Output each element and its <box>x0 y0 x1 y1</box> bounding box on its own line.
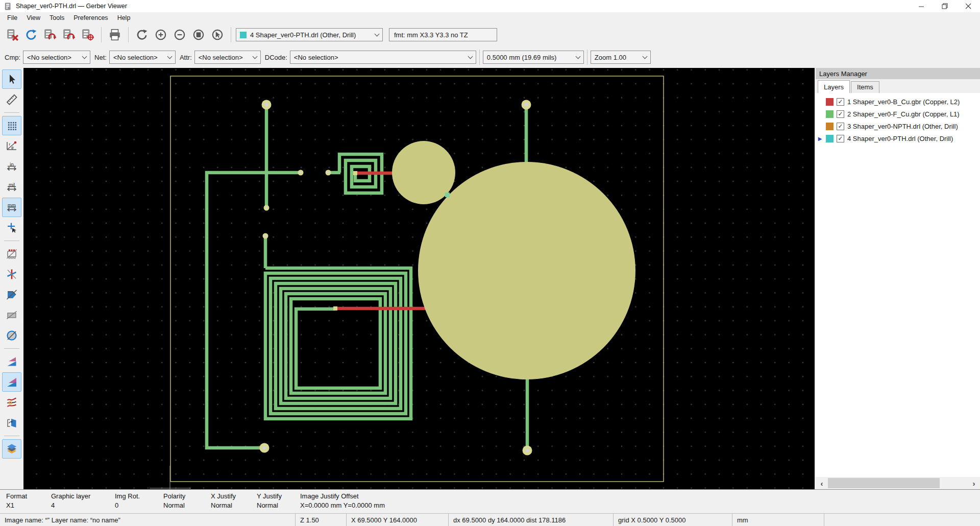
zoom-fit-button[interactable] <box>190 26 207 43</box>
zoom-out-button[interactable] <box>171 26 188 43</box>
menu-tools[interactable]: Tools <box>45 13 69 22</box>
layer-color-swatch[interactable] <box>826 110 834 118</box>
cursor-arrow-icon <box>6 73 18 85</box>
layer-row[interactable]: ✓ 3 Shaper_ver0-NPTH.drl (Other, Drill) <box>816 120 980 132</box>
units-mm-button[interactable]: mm <box>2 198 21 217</box>
open-gerber-files-button[interactable] <box>41 26 59 43</box>
layer-row[interactable]: ✓ 2 Shaper_ver0-F_Cu.gbr (Copper, L1) <box>816 108 980 120</box>
open-drill-files-button[interactable] <box>60 26 78 43</box>
compare-mode-off-button[interactable] <box>2 352 21 371</box>
format-info-field[interactable]: fmt: mm X3.3 Y3.3 no TZ <box>389 28 497 41</box>
title-bar: Shaper_ver0-PTH.drl — Gerber Viewer <box>0 0 980 12</box>
toolbar-separator <box>231 27 231 42</box>
large-spiral <box>265 268 411 419</box>
info-label: Y Justify <box>257 492 300 500</box>
svg-text:θ: θ <box>11 146 14 150</box>
grid-size-select[interactable]: 0.5000 mm (19.69 mils) <box>483 51 584 64</box>
info-label: Format <box>6 492 51 500</box>
tangent-pad <box>445 193 450 197</box>
status-grid-size: grid X 0.5000 Y 0.5000 <box>613 514 732 526</box>
net-select[interactable]: <No selection> <box>109 51 176 64</box>
zoom-in-button[interactable] <box>152 26 169 43</box>
zoom-selection-button[interactable] <box>209 26 226 43</box>
layer-row-current[interactable]: ▶ ✓ 4 Shaper_ver0-PTH.drl (Other, Drill) <box>816 132 980 145</box>
layer-color-swatch[interactable] <box>826 98 834 106</box>
chevron-down-icon <box>642 54 647 59</box>
active-layer-select[interactable]: 4 Shaper_ver0-PTH.drl (Other, Drill) <box>236 28 383 41</box>
layer-color-swatch[interactable] <box>826 123 834 130</box>
minimize-button[interactable] <box>910 0 933 12</box>
svg-text:mil: mil <box>9 182 15 187</box>
layers-manager-toggle-button[interactable] <box>2 439 21 459</box>
compare-mode-on-button[interactable] <box>2 372 21 392</box>
origin-crosshair <box>150 466 191 489</box>
zoom-select[interactable]: Zoom 1.00 <box>591 51 651 64</box>
tab-layers[interactable]: Layers <box>818 80 850 93</box>
dcode-numbers-button[interactable] <box>2 326 21 345</box>
units-inches-button[interactable]: in <box>2 157 21 176</box>
reload-all-layers-button[interactable] <box>22 26 40 43</box>
menu-preferences[interactable]: Preferences <box>69 13 112 22</box>
scrollbar-track[interactable] <box>828 477 968 489</box>
left-toolbar: r θ in mil mm <box>0 68 23 489</box>
attr-label: Attr: <box>180 54 192 61</box>
flashed-sketch-mode-button[interactable] <box>2 244 21 264</box>
svg-text:r: r <box>9 142 11 147</box>
close-button[interactable] <box>957 0 980 12</box>
layer-color-swatch[interactable] <box>826 135 834 142</box>
info-label: Image Justify Offset <box>300 492 385 500</box>
lines-sketch-mode-button[interactable] <box>2 265 21 284</box>
close-icon <box>966 4 971 9</box>
polygons-sketch-mode-button[interactable] <box>2 285 21 304</box>
layer-visibility-checkbox[interactable]: ✓ <box>837 123 844 130</box>
restore-button[interactable] <box>933 0 957 12</box>
cursor-shape-button[interactable] <box>2 218 21 237</box>
info-value: X1 <box>6 501 51 509</box>
gerber-canvas[interactable] <box>23 68 815 489</box>
scroll-left-arrow[interactable]: ‹ <box>816 477 828 489</box>
toolbar-separator <box>4 112 19 113</box>
polar-coordinates-button[interactable]: r θ <box>2 136 21 156</box>
layer-visibility-checkbox[interactable]: ✓ <box>837 135 844 142</box>
clear-all-layers-button[interactable] <box>4 26 21 43</box>
toolbar-separator <box>101 27 102 42</box>
scroll-right-arrow[interactable]: › <box>968 477 980 489</box>
zoom-fit-icon <box>192 28 205 41</box>
grid-toggle-button[interactable] <box>2 116 21 135</box>
attr-value: <No selection> <box>199 54 243 61</box>
menu-view[interactable]: View <box>22 13 45 22</box>
layers-horizontal-scrollbar[interactable]: ‹ › <box>816 477 980 489</box>
layer-row[interactable]: ✓ 1 Shaper_ver0-B_Cu.gbr (Copper, L2) <box>816 95 980 108</box>
large-copper-disc <box>418 162 635 379</box>
attr-select[interactable]: <No selection> <box>194 51 261 64</box>
high-contrast-mode-button[interactable] <box>2 393 21 412</box>
active-layer-label: 4 Shaper_ver0-PTH.drl (Other, Drill) <box>250 31 356 39</box>
scrollbar-thumb[interactable] <box>828 478 940 488</box>
units-mils-button[interactable]: mil <box>2 177 21 197</box>
dcode-select[interactable]: <No selection> <box>290 51 476 64</box>
menu-file[interactable]: File <box>3 13 22 22</box>
high-contrast-icon <box>6 396 18 409</box>
measure-tool-button[interactable] <box>2 90 21 109</box>
open-job-icon <box>81 28 94 41</box>
info-value: Normal <box>257 501 300 509</box>
cmp-select[interactable]: <No selection> <box>23 51 90 64</box>
status-zoom-level: Z 1.50 <box>295 514 346 526</box>
ruler-icon <box>6 93 18 106</box>
info-label: X Justify <box>211 492 257 500</box>
select-tool-button[interactable] <box>2 69 21 89</box>
print-button[interactable] <box>106 26 124 43</box>
dcode-label: DCode: <box>265 54 287 61</box>
layer-visibility-checkbox[interactable]: ✓ <box>837 110 844 118</box>
svg-text:in: in <box>10 161 13 167</box>
layer-visibility-checkbox[interactable]: ✓ <box>837 98 844 106</box>
tab-items[interactable]: Items <box>851 81 879 93</box>
redraw-view-button[interactable] <box>133 26 151 43</box>
info-value: Normal <box>163 501 211 509</box>
toolbar-separator <box>4 436 19 436</box>
units-mil-icon: mil <box>6 181 18 193</box>
negative-objects-ghost-button[interactable] <box>2 305 21 325</box>
menu-help[interactable]: Help <box>113 13 135 22</box>
open-job-file-button[interactable] <box>79 26 96 43</box>
flip-board-view-button[interactable] <box>2 413 21 433</box>
